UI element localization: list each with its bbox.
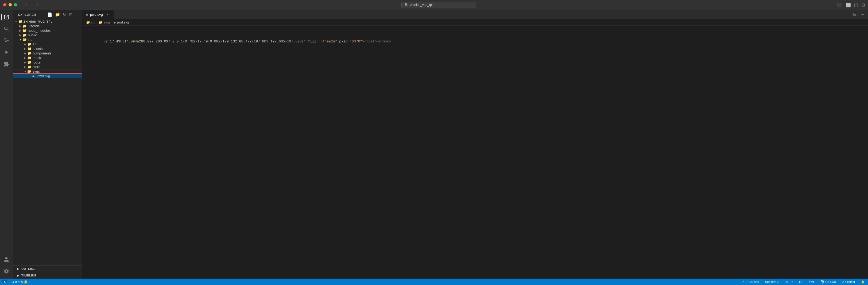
line-numbers: 1	[82, 26, 95, 279]
tree-item-public[interactable]: ▶ 📁 public	[13, 33, 82, 37]
encoding-item[interactable]: UTF-8	[783, 280, 795, 283]
timeline-header[interactable]: ▶ TIMELINE	[13, 273, 82, 278]
arrow-icon: ▶	[16, 274, 20, 277]
info-icon: 🔔	[24, 280, 28, 284]
breadcrumb-label: svgs	[104, 21, 111, 24]
tree-item-router[interactable]: ▶ 📁 router	[13, 60, 82, 65]
position-item[interactable]: Ln 1, Col 885	[740, 280, 760, 283]
new-file-icon[interactable]: 📄	[47, 12, 53, 17]
minimize-button[interactable]	[8, 3, 12, 6]
arrow-icon: ▶	[16, 268, 20, 270]
activity-account[interactable]	[1, 254, 12, 265]
search-input[interactable]	[410, 3, 464, 7]
collapse-all-icon[interactable]: ⊟	[68, 12, 73, 17]
item-label: .vscode	[28, 24, 82, 28]
folder-icon: 📁	[86, 21, 90, 24]
folder-icon: 📁	[18, 20, 23, 24]
errors-item[interactable]: ⊘ 0 ⚠ 0 🔔 0	[10, 280, 31, 284]
folder-icon: 📁	[99, 21, 103, 24]
breadcrumb-label: src	[91, 21, 95, 24]
folder-icon: 📁	[27, 56, 32, 60]
statusbar: X ⊘ 0 ⚠ 0 🔔 0 Ln 1, Col 885 Spaces: 2 UT…	[0, 279, 868, 285]
code-content[interactable]: 82 17.49H314.094a200.097 200.097 0 0 1-0…	[95, 26, 868, 279]
new-folder-icon[interactable]: 📁	[55, 12, 61, 17]
tree-item-assets[interactable]: ▶ 📁 assets	[13, 46, 82, 51]
tree-item-pwd-svg[interactable]: ▶ ◈ pwd.svg	[13, 74, 82, 78]
activity-extensions[interactable]	[1, 59, 12, 69]
golive-label: Go Live	[825, 280, 836, 283]
arrow-icon: ▶	[23, 61, 27, 64]
arrow-icon: ▶	[23, 43, 27, 46]
prettier-item[interactable]: ✓ Prettier	[841, 280, 856, 284]
outline-header[interactable]: ▶ OUTLINE	[13, 266, 82, 272]
file-icon: ◈	[86, 12, 89, 16]
tree-item-vscode[interactable]: ▶ 📁 .vscode	[13, 24, 82, 28]
breadcrumb-src[interactable]: 📁 src	[86, 21, 95, 24]
activity-run[interactable]	[1, 47, 12, 58]
split-editor-icon[interactable]: ⬜	[845, 2, 851, 7]
arrow-icon: ▼	[14, 20, 18, 23]
breadcrumb-svgs[interactable]: 📁 svgs	[99, 21, 111, 24]
activity-explorer[interactable]	[1, 12, 12, 23]
layout-icon[interactable]: ⬛	[837, 2, 842, 7]
maximize-button[interactable]	[14, 3, 17, 6]
golive-item[interactable]: 📡 Go Live	[819, 280, 837, 284]
arrow-icon: ▼	[23, 70, 27, 73]
item-label: assets	[33, 47, 82, 51]
close-button[interactable]	[3, 3, 6, 6]
refresh-icon[interactable]: ↻	[62, 12, 67, 17]
layout-sidebar-icon[interactable]: ◫	[854, 2, 858, 7]
folder-icon: 📁	[27, 47, 32, 51]
tree-item-store[interactable]: ▶ 📁 store	[13, 65, 82, 69]
breadcrumb-sep: ›	[112, 21, 113, 24]
prettier-label: Prettier	[845, 280, 855, 283]
file-icon: ◈	[114, 21, 116, 24]
arrow-icon: ▶	[23, 56, 27, 59]
arrow-icon: ▶	[18, 34, 23, 37]
breadcrumb-pwd-svg[interactable]: ◈ pwd.svg	[114, 21, 129, 24]
activity-settings[interactable]	[1, 266, 12, 277]
customize-layout-icon[interactable]: ⊞	[861, 2, 865, 7]
arrow-icon: ▶	[23, 47, 27, 50]
tab-label: pwd.svg	[90, 12, 103, 16]
activity-search[interactable]	[1, 24, 12, 34]
spaces-item[interactable]: Spaces: 2	[764, 280, 779, 283]
statusbar-left: X ⊘ 0 ⚠ 0 🔔 0	[2, 280, 32, 284]
arrow-icon: ▶	[23, 52, 27, 55]
tabs: ◈ pwd.svg ×	[82, 10, 114, 19]
code-editor[interactable]: 1 82 17.49H314.094a200.097 200.097 0 0 1…	[82, 26, 868, 279]
tree-item-svgs[interactable]: ▼ 📂 svgs	[13, 69, 82, 74]
titlebar-search: 🔍	[41, 2, 837, 8]
more-actions-button[interactable]: ···	[859, 11, 866, 18]
position-label: Ln 1, Col 885	[741, 280, 759, 283]
tree-item-node-modules[interactable]: ▶ 📁 node_modules	[13, 28, 82, 33]
golive-icon: 📡	[821, 280, 825, 284]
activity-source-control[interactable]	[1, 35, 12, 46]
tree-item-src[interactable]: ▼ 📂 src	[13, 37, 82, 42]
tree-item-components[interactable]: ▶ 📁 components	[13, 51, 82, 56]
eol-item[interactable]: LF	[798, 280, 804, 283]
split-editor-button[interactable]: ⊟	[851, 11, 858, 18]
forward-button[interactable]: →	[33, 2, 41, 8]
tree-item-api[interactable]: ▶ 📁 api	[13, 42, 82, 46]
activity-bar	[0, 10, 13, 279]
breadcrumb: 📁 src › 📁 svgs › ◈ pwd.svg	[82, 19, 868, 26]
editor-area: ◈ pwd.svg × ⊟ ··· 📁 src › 📁 svgs ›	[82, 10, 868, 279]
item-label: src	[28, 38, 82, 42]
titlebar-nav: ← →	[24, 2, 41, 8]
statusbar-right: Ln 1, Col 885 Spaces: 2 UTF-8 LF XML 📡 G…	[740, 280, 866, 284]
breadcrumb-sep: ›	[96, 21, 97, 24]
language-item[interactable]: XML	[808, 280, 816, 283]
timeline-label: TIMELINE	[21, 274, 37, 277]
timeline-section: ▶ TIMELINE	[13, 272, 82, 279]
tree-item-mock[interactable]: ▶ 📁 mock	[13, 56, 82, 60]
tree-item-root[interactable]: ▼ 📁 ZHINIAN_VUE_TPL	[13, 19, 82, 24]
search-bar[interactable]: 🔍	[401, 2, 476, 8]
tab-close-button[interactable]: ×	[105, 12, 109, 17]
folder-open-icon: 📂	[27, 69, 32, 73]
tab-pwd-svg[interactable]: ◈ pwd.svg ×	[82, 10, 114, 19]
back-button[interactable]: ←	[24, 2, 31, 8]
bell-item[interactable]: 🔔	[860, 280, 866, 284]
x-badge[interactable]: X	[2, 280, 7, 283]
more-actions-icon[interactable]: ···	[74, 12, 79, 17]
